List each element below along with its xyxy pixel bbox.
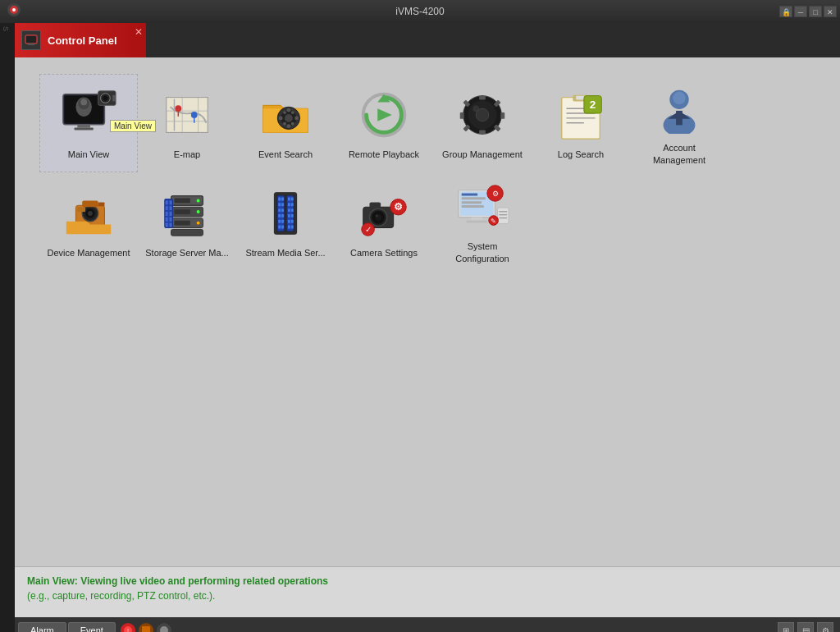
svg-rect-114: [288, 225, 290, 228]
main-view-label: Main View: [68, 149, 110, 160]
icon-system-configuration[interactable]: ⚙ ✎ System Configuration: [433, 172, 532, 271]
device-management-graphic: [60, 185, 117, 242]
svg-rect-42: [479, 96, 486, 100]
icon-stream-media[interactable]: Stream Media Ser...: [236, 172, 335, 271]
icon-log-search[interactable]: 2 Log Search: [532, 74, 630, 172]
description-line1: Main View: Viewing live video and perfor…: [27, 575, 828, 587]
svg-rect-81: [174, 221, 189, 226]
svg-rect-141: [497, 208, 509, 223]
svg-rect-138: [462, 201, 482, 204]
svg-rect-119: [291, 220, 294, 223]
svg-rect-92: [170, 223, 172, 227]
svg-rect-45: [500, 112, 504, 119]
panel-title: Control Panel: [48, 34, 117, 47]
storage-server-label: Storage Server Ma...: [145, 247, 229, 259]
icon-event-search[interactable]: Event Search: [236, 74, 335, 172]
e-map-label: E-map: [174, 149, 200, 160]
svg-rect-11: [75, 127, 94, 130]
svg-rect-89: [170, 206, 172, 210]
svg-point-151: [160, 626, 168, 632]
svg-rect-44: [460, 112, 464, 119]
close-button[interactable]: ✕: [824, 6, 837, 17]
svg-text:✎: ✎: [491, 218, 496, 225]
svg-rect-105: [281, 208, 284, 212]
svg-rect-100: [278, 214, 281, 218]
description-line2: (e.g., capture, recording, PTZ control, …: [27, 590, 828, 602]
event-search-graphic: [257, 86, 314, 144]
svg-point-77: [197, 210, 200, 213]
svg-rect-99: [278, 208, 281, 212]
svg-rect-10: [77, 125, 90, 128]
svg-rect-136: [462, 193, 477, 195]
svg-point-28: [286, 108, 290, 112]
svg-rect-117: [291, 208, 294, 212]
main-view-graphic: [60, 86, 117, 144]
svg-rect-139: [462, 205, 484, 208]
status-icon-orange: [139, 623, 153, 632]
svg-rect-103: [281, 197, 284, 200]
svg-point-126: [376, 214, 378, 217]
icon-device-management[interactable]: Device Management: [39, 172, 138, 271]
panel-header: Control Panel ✕: [15, 23, 146, 57]
svg-rect-111: [288, 208, 290, 212]
svg-rect-98: [278, 203, 281, 206]
svg-point-76: [197, 199, 200, 202]
svg-rect-150: [142, 626, 150, 632]
camera-settings-label: Camera Settings: [350, 247, 418, 259]
panel-close-button[interactable]: ✕: [135, 26, 143, 38]
icon-remote-playback[interactable]: Remote Playback: [335, 74, 433, 172]
status-icons: !: [121, 623, 171, 632]
event-button[interactable]: Event: [68, 622, 116, 632]
maximize-button[interactable]: □: [809, 6, 822, 17]
description-bar: Main View: Viewing live video and perfor…: [15, 566, 840, 617]
lock-icon[interactable]: 🔒: [779, 6, 792, 17]
svg-point-50: [472, 105, 479, 112]
title-bar: iVMS-4200 🔒 ─ □ ✕: [0, 0, 840, 23]
svg-rect-90: [170, 212, 172, 216]
svg-marker-38: [377, 108, 392, 121]
event-search-label: Event Search: [258, 149, 313, 160]
svg-rect-112: [288, 214, 290, 218]
svg-rect-87: [166, 223, 168, 227]
bottom-icon-2[interactable]: ▤: [797, 622, 814, 632]
minimize-button[interactable]: ─: [794, 6, 807, 17]
svg-point-9: [80, 98, 87, 105]
svg-text:⚙: ⚙: [394, 201, 403, 212]
svg-rect-69: [98, 202, 105, 206]
svg-rect-107: [281, 220, 284, 223]
account-management-label: Account Management: [637, 142, 722, 166]
icon-group-management[interactable]: Group Management: [433, 74, 532, 172]
icon-camera-settings[interactable]: ⚙ ✓ Camera Settings: [335, 172, 433, 271]
icon-grid: Main View Main View: [15, 57, 840, 287]
bottom-icon-3[interactable]: ⚙: [817, 622, 833, 632]
icon-main-view[interactable]: Main View Main View: [39, 74, 138, 172]
alarm-button[interactable]: Alarm: [18, 622, 66, 632]
icon-account-management[interactable]: Account Management: [630, 74, 728, 172]
account-management-graphic: [651, 80, 708, 137]
main-content: Main View Main View: [15, 57, 840, 566]
svg-rect-75: [171, 229, 203, 236]
svg-rect-102: [278, 225, 281, 228]
svg-rect-104: [281, 203, 284, 206]
svg-point-63: [673, 91, 686, 104]
group-management-label: Group Management: [442, 149, 523, 160]
device-management-label: Device Management: [48, 247, 130, 259]
svg-text:✓: ✓: [365, 225, 372, 234]
svg-rect-86: [166, 218, 168, 222]
e-map-graphic: [158, 86, 216, 144]
svg-rect-43: [479, 130, 486, 134]
svg-rect-122: [370, 202, 381, 208]
window-controls: 🔒 ─ □ ✕: [779, 6, 837, 17]
svg-rect-88: [170, 200, 172, 204]
svg-rect-91: [170, 218, 172, 222]
log-search-graphic: 2: [552, 86, 609, 144]
svg-rect-68: [82, 200, 98, 207]
svg-rect-110: [288, 203, 290, 206]
group-management-graphic: [454, 86, 511, 144]
svg-rect-120: [291, 225, 294, 228]
bottom-icon-1[interactable]: ⊞: [778, 622, 794, 632]
svg-text:!: !: [127, 628, 129, 632]
svg-point-35: [291, 122, 294, 126]
svg-rect-134: [471, 217, 482, 220]
icon-storage-server[interactable]: Storage Server Ma...: [138, 172, 236, 271]
